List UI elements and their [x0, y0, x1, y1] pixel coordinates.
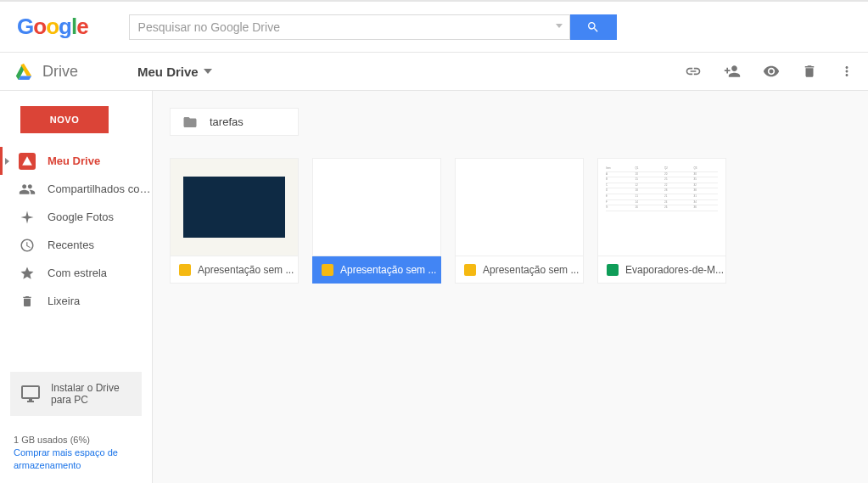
file-thumbnail — [170, 158, 299, 256]
sheets-icon — [607, 264, 619, 276]
clock-icon — [20, 238, 35, 253]
sidebar-item-recent[interactable]: Recentes — [0, 231, 152, 259]
sidebar-item-photos[interactable]: Google Fotos — [0, 203, 152, 231]
sidebar-item-label: Compartilhados comigo — [48, 183, 152, 195]
app-name: Drive — [42, 63, 78, 81]
sidebar-item-shared[interactable]: Compartilhados comigo — [0, 175, 152, 203]
file-name: Apresentação sem ... — [198, 264, 294, 276]
file-name: Apresentação sem ... — [483, 264, 579, 276]
sidebar: NOVO Meu Drive Compartilhados comigo Goo… — [0, 91, 153, 483]
drive-logo[interactable]: Drive — [14, 62, 78, 81]
folder-icon — [182, 115, 198, 130]
sidebar-item-label: Google Fotos — [48, 211, 152, 223]
buy-storage-link[interactable]: Comprar mais espaço de armazenamento — [14, 446, 138, 471]
monitor-icon — [20, 384, 41, 404]
toolbar: Drive Meu Drive — [0, 53, 868, 91]
file-card[interactable]: ItemQ1Q2Q3 A102030 B152535 C122232 D1828… — [597, 158, 726, 284]
add-user-icon[interactable] — [724, 63, 741, 80]
slides-icon — [322, 264, 333, 276]
search-container — [129, 14, 570, 40]
more-icon[interactable] — [839, 64, 854, 79]
breadcrumb-label: Meu Drive — [137, 65, 199, 79]
sidebar-item-label: Lixeira — [48, 295, 152, 307]
file-card[interactable]: Apresentação sem ... — [312, 158, 441, 284]
file-name: Apresentação sem ... — [340, 264, 436, 276]
folder-card[interactable]: tarefas — [170, 108, 299, 136]
star-icon — [20, 266, 35, 281]
file-thumbnail — [455, 158, 584, 256]
storage-info: 1 GB usados (6%) Comprar mais espaço de … — [0, 426, 152, 483]
search-icon — [586, 20, 600, 34]
sidebar-item-label: Meu Drive — [48, 154, 152, 167]
sidebar-item-label: Recentes — [48, 239, 152, 251]
trash-icon[interactable] — [802, 64, 817, 79]
link-icon[interactable] — [685, 63, 702, 80]
eye-icon[interactable] — [763, 63, 780, 80]
search-button[interactable] — [569, 14, 617, 40]
chevron-down-icon — [204, 69, 212, 74]
sidebar-item-my-drive[interactable]: Meu Drive — [0, 147, 152, 175]
file-thumbnail: ItemQ1Q2Q3 A102030 B152535 C122232 D1828… — [597, 158, 726, 256]
new-button[interactable]: NOVO — [20, 106, 109, 133]
header: Google — [0, 2, 868, 53]
google-logo[interactable]: Google — [17, 14, 88, 40]
search-dropdown-caret[interactable] — [556, 24, 563, 28]
folder-name: tarefas — [210, 115, 244, 128]
people-icon — [19, 181, 36, 198]
file-card[interactable]: Apresentação sem ... — [170, 158, 299, 284]
install-drive-pc[interactable]: Instalar o Drive para PC — [10, 372, 142, 416]
storage-used: 1 GB usados (6%) — [14, 435, 138, 445]
file-card[interactable]: Apresentação sem ... — [455, 158, 584, 284]
drive-small-icon — [21, 155, 33, 167]
sidebar-item-trash[interactable]: Lixeira — [0, 287, 152, 315]
breadcrumb[interactable]: Meu Drive — [137, 65, 212, 79]
file-thumbnail — [312, 158, 441, 256]
photos-icon — [20, 210, 35, 225]
search-input[interactable] — [138, 15, 561, 39]
caret-right-icon — [5, 158, 9, 165]
content-area: tarefas Apresentação sem ... Apresentaçã… — [153, 91, 868, 483]
slides-icon — [464, 264, 476, 276]
slides-icon — [179, 264, 191, 276]
trash-icon-nav — [20, 295, 34, 308]
drive-icon — [14, 62, 34, 81]
sidebar-item-label: Com estrela — [48, 267, 152, 279]
sidebar-item-starred[interactable]: Com estrela — [0, 259, 152, 287]
file-name: Evaporadores-de-M... — [625, 264, 724, 276]
install-label: Instalar o Drive para PC — [51, 382, 132, 406]
